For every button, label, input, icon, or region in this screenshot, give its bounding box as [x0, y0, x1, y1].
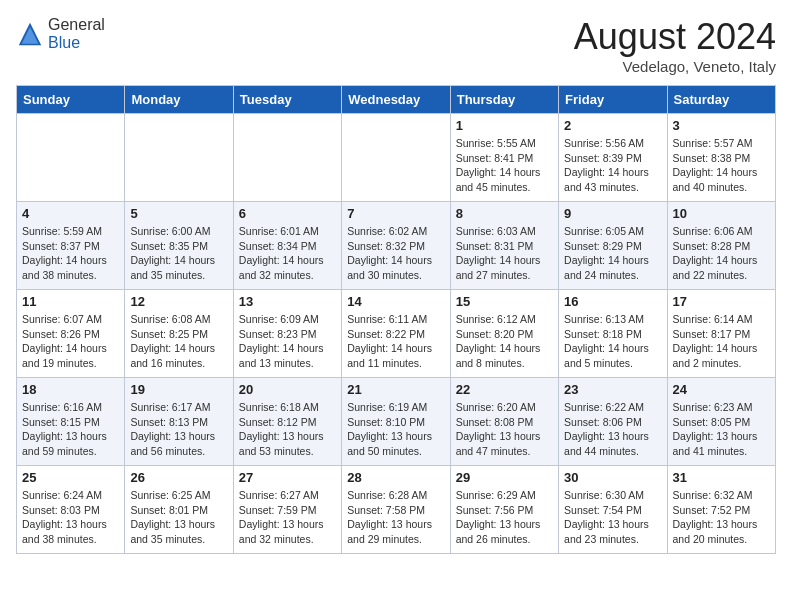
day-of-week-header: Sunday — [17, 86, 125, 114]
day-sun-info: Sunrise: 6:24 AM Sunset: 8:03 PM Dayligh… — [22, 488, 119, 547]
day-sun-info: Sunrise: 5:55 AM Sunset: 8:41 PM Dayligh… — [456, 136, 553, 195]
page-header: General Blue August 2024 Vedelago, Venet… — [16, 16, 776, 75]
calendar-day-cell: 3Sunrise: 5:57 AM Sunset: 8:38 PM Daylig… — [667, 114, 775, 202]
day-number: 8 — [456, 206, 553, 221]
day-number: 15 — [456, 294, 553, 309]
day-sun-info: Sunrise: 6:11 AM Sunset: 8:22 PM Dayligh… — [347, 312, 444, 371]
calendar-day-cell: 9Sunrise: 6:05 AM Sunset: 8:29 PM Daylig… — [559, 202, 667, 290]
day-sun-info: Sunrise: 5:57 AM Sunset: 8:38 PM Dayligh… — [673, 136, 770, 195]
calendar-day-cell: 4Sunrise: 5:59 AM Sunset: 8:37 PM Daylig… — [17, 202, 125, 290]
day-sun-info: Sunrise: 6:09 AM Sunset: 8:23 PM Dayligh… — [239, 312, 336, 371]
day-sun-info: Sunrise: 6:18 AM Sunset: 8:12 PM Dayligh… — [239, 400, 336, 459]
day-sun-info: Sunrise: 6:22 AM Sunset: 8:06 PM Dayligh… — [564, 400, 661, 459]
day-number: 17 — [673, 294, 770, 309]
calendar-day-cell: 8Sunrise: 6:03 AM Sunset: 8:31 PM Daylig… — [450, 202, 558, 290]
logo-general-text: General — [48, 16, 105, 33]
day-number: 31 — [673, 470, 770, 485]
day-sun-info: Sunrise: 5:59 AM Sunset: 8:37 PM Dayligh… — [22, 224, 119, 283]
day-number: 22 — [456, 382, 553, 397]
calendar-day-cell: 14Sunrise: 6:11 AM Sunset: 8:22 PM Dayli… — [342, 290, 450, 378]
day-sun-info: Sunrise: 6:14 AM Sunset: 8:17 PM Dayligh… — [673, 312, 770, 371]
day-sun-info: Sunrise: 6:19 AM Sunset: 8:10 PM Dayligh… — [347, 400, 444, 459]
day-number: 21 — [347, 382, 444, 397]
calendar-day-cell: 26Sunrise: 6:25 AM Sunset: 8:01 PM Dayli… — [125, 466, 233, 554]
day-number: 24 — [673, 382, 770, 397]
calendar-table: SundayMondayTuesdayWednesdayThursdayFrid… — [16, 85, 776, 554]
day-of-week-header: Tuesday — [233, 86, 341, 114]
calendar-day-cell: 23Sunrise: 6:22 AM Sunset: 8:06 PM Dayli… — [559, 378, 667, 466]
logo: General Blue — [16, 16, 105, 52]
day-sun-info: Sunrise: 6:23 AM Sunset: 8:05 PM Dayligh… — [673, 400, 770, 459]
day-number: 29 — [456, 470, 553, 485]
calendar-body: 1Sunrise: 5:55 AM Sunset: 8:41 PM Daylig… — [17, 114, 776, 554]
day-sun-info: Sunrise: 6:13 AM Sunset: 8:18 PM Dayligh… — [564, 312, 661, 371]
day-number: 1 — [456, 118, 553, 133]
logo-icon — [16, 20, 44, 48]
day-number: 23 — [564, 382, 661, 397]
day-number: 3 — [673, 118, 770, 133]
calendar-day-cell: 30Sunrise: 6:30 AM Sunset: 7:54 PM Dayli… — [559, 466, 667, 554]
calendar-week-row: 11Sunrise: 6:07 AM Sunset: 8:26 PM Dayli… — [17, 290, 776, 378]
calendar-day-cell: 2Sunrise: 5:56 AM Sunset: 8:39 PM Daylig… — [559, 114, 667, 202]
calendar-day-cell: 31Sunrise: 6:32 AM Sunset: 7:52 PM Dayli… — [667, 466, 775, 554]
calendar-day-cell: 16Sunrise: 6:13 AM Sunset: 8:18 PM Dayli… — [559, 290, 667, 378]
day-number: 6 — [239, 206, 336, 221]
day-number: 9 — [564, 206, 661, 221]
day-number: 7 — [347, 206, 444, 221]
calendar-day-cell — [125, 114, 233, 202]
calendar-day-cell: 29Sunrise: 6:29 AM Sunset: 7:56 PM Dayli… — [450, 466, 558, 554]
month-year-title: August 2024 — [574, 16, 776, 58]
title-block: August 2024 Vedelago, Veneto, Italy — [574, 16, 776, 75]
calendar-day-cell — [17, 114, 125, 202]
calendar-day-cell: 28Sunrise: 6:28 AM Sunset: 7:58 PM Dayli… — [342, 466, 450, 554]
calendar-day-cell: 11Sunrise: 6:07 AM Sunset: 8:26 PM Dayli… — [17, 290, 125, 378]
day-sun-info: Sunrise: 6:03 AM Sunset: 8:31 PM Dayligh… — [456, 224, 553, 283]
day-number: 16 — [564, 294, 661, 309]
day-of-week-header: Friday — [559, 86, 667, 114]
day-of-week-header: Thursday — [450, 86, 558, 114]
day-sun-info: Sunrise: 6:08 AM Sunset: 8:25 PM Dayligh… — [130, 312, 227, 371]
day-sun-info: Sunrise: 6:07 AM Sunset: 8:26 PM Dayligh… — [22, 312, 119, 371]
day-sun-info: Sunrise: 6:32 AM Sunset: 7:52 PM Dayligh… — [673, 488, 770, 547]
calendar-week-row: 18Sunrise: 6:16 AM Sunset: 8:15 PM Dayli… — [17, 378, 776, 466]
day-number: 13 — [239, 294, 336, 309]
day-sun-info: Sunrise: 5:56 AM Sunset: 8:39 PM Dayligh… — [564, 136, 661, 195]
day-sun-info: Sunrise: 6:27 AM Sunset: 7:59 PM Dayligh… — [239, 488, 336, 547]
calendar-day-cell: 1Sunrise: 5:55 AM Sunset: 8:41 PM Daylig… — [450, 114, 558, 202]
calendar-day-cell: 18Sunrise: 6:16 AM Sunset: 8:15 PM Dayli… — [17, 378, 125, 466]
day-sun-info: Sunrise: 6:28 AM Sunset: 7:58 PM Dayligh… — [347, 488, 444, 547]
day-number: 11 — [22, 294, 119, 309]
day-sun-info: Sunrise: 6:01 AM Sunset: 8:34 PM Dayligh… — [239, 224, 336, 283]
day-of-week-header: Wednesday — [342, 86, 450, 114]
calendar-day-cell — [342, 114, 450, 202]
calendar-day-cell: 7Sunrise: 6:02 AM Sunset: 8:32 PM Daylig… — [342, 202, 450, 290]
day-sun-info: Sunrise: 6:29 AM Sunset: 7:56 PM Dayligh… — [456, 488, 553, 547]
calendar-day-cell — [233, 114, 341, 202]
day-sun-info: Sunrise: 6:17 AM Sunset: 8:13 PM Dayligh… — [130, 400, 227, 459]
calendar-day-cell: 13Sunrise: 6:09 AM Sunset: 8:23 PM Dayli… — [233, 290, 341, 378]
day-number: 26 — [130, 470, 227, 485]
calendar-week-row: 1Sunrise: 5:55 AM Sunset: 8:41 PM Daylig… — [17, 114, 776, 202]
day-number: 18 — [22, 382, 119, 397]
calendar-day-cell: 27Sunrise: 6:27 AM Sunset: 7:59 PM Dayli… — [233, 466, 341, 554]
day-sun-info: Sunrise: 6:02 AM Sunset: 8:32 PM Dayligh… — [347, 224, 444, 283]
day-sun-info: Sunrise: 6:00 AM Sunset: 8:35 PM Dayligh… — [130, 224, 227, 283]
day-sun-info: Sunrise: 6:06 AM Sunset: 8:28 PM Dayligh… — [673, 224, 770, 283]
calendar-day-cell: 12Sunrise: 6:08 AM Sunset: 8:25 PM Dayli… — [125, 290, 233, 378]
day-sun-info: Sunrise: 6:20 AM Sunset: 8:08 PM Dayligh… — [456, 400, 553, 459]
calendar-day-cell: 22Sunrise: 6:20 AM Sunset: 8:08 PM Dayli… — [450, 378, 558, 466]
day-number: 5 — [130, 206, 227, 221]
day-number: 25 — [22, 470, 119, 485]
day-sun-info: Sunrise: 6:25 AM Sunset: 8:01 PM Dayligh… — [130, 488, 227, 547]
calendar-day-cell: 17Sunrise: 6:14 AM Sunset: 8:17 PM Dayli… — [667, 290, 775, 378]
day-number: 10 — [673, 206, 770, 221]
day-number: 14 — [347, 294, 444, 309]
day-number: 27 — [239, 470, 336, 485]
calendar-day-cell: 25Sunrise: 6:24 AM Sunset: 8:03 PM Dayli… — [17, 466, 125, 554]
days-header-row: SundayMondayTuesdayWednesdayThursdayFrid… — [17, 86, 776, 114]
day-number: 12 — [130, 294, 227, 309]
day-sun-info: Sunrise: 6:12 AM Sunset: 8:20 PM Dayligh… — [456, 312, 553, 371]
day-sun-info: Sunrise: 6:16 AM Sunset: 8:15 PM Dayligh… — [22, 400, 119, 459]
day-number: 2 — [564, 118, 661, 133]
day-number: 28 — [347, 470, 444, 485]
